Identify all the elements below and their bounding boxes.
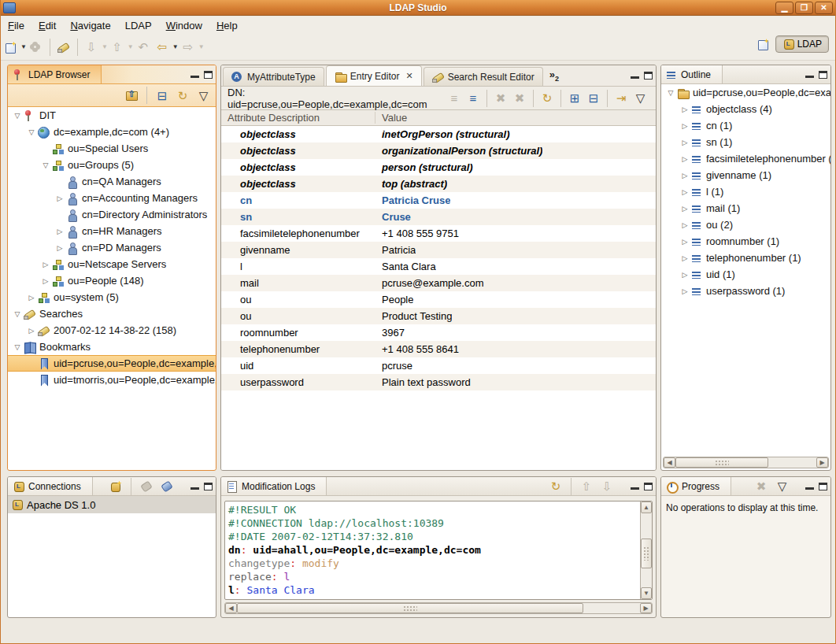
attribute-name-cell[interactable]: userpassword [221,376,375,388]
attribute-name-cell[interactable]: l [221,261,375,272]
expand-all-icon[interactable]: ⊞ [566,90,583,107]
attribute-value-cell[interactable]: pcruse@example.com [375,277,484,289]
refresh-icon[interactable]: ↻ [174,87,191,104]
tree-item[interactable]: ▷ou=Netscape Servers [8,256,216,272]
back-dropdown-icon[interactable]: ▼ [172,43,179,50]
outline-item[interactable]: ▷givenname (1) [661,167,830,183]
progress-tab[interactable]: Progress [661,477,731,495]
log-horizontal-scrollbar[interactable]: ◀ ▶ [224,602,653,614]
expander-open-icon[interactable]: ▽ [39,161,52,169]
minimize-editor-button[interactable] [631,72,639,79]
attribute-row[interactable]: uidpcruse [221,357,656,374]
refresh-icon[interactable]: ↻ [538,90,556,107]
outline-item[interactable]: ▷ou (2) [661,217,830,233]
outline-item[interactable]: ▷mail (1) [661,200,830,217]
ldap-search-icon[interactable] [55,39,72,56]
attribute-row[interactable]: ouPeople [221,291,656,308]
expander-closed-icon[interactable]: ▷ [679,188,691,196]
close-window-button[interactable]: ✕ [815,2,833,14]
attribute-value-cell[interactable]: Patricia [375,244,416,256]
scroll-right-button[interactable]: ▶ [816,457,828,468]
maximize-window-button[interactable]: ❐ [795,2,813,14]
attribute-row[interactable]: objectclassorganizationalPerson (structu… [221,142,656,159]
expander-closed-icon[interactable]: ▷ [679,172,691,180]
scroll-up-button[interactable]: ▲ [641,502,652,513]
attribute-row[interactable]: snCruse [221,209,656,225]
new-wizard-dropdown-icon[interactable]: ▼ [20,43,27,50]
attribute-name-cell[interactable]: objectclass [221,128,375,140]
maximize-view-button[interactable] [819,71,827,79]
attribute-value-cell[interactable]: organizationalPerson (structural) [375,145,542,157]
expander-closed-icon[interactable]: ▷ [25,327,38,335]
expander-closed-icon[interactable]: ▷ [679,155,691,163]
connections-tab[interactable]: Connections [8,477,93,495]
connection-item[interactable]: Apache DS 1.0 [8,496,216,513]
perspective-button-ldap[interactable]: LDAP [775,35,829,53]
attribute-row[interactable]: ouProduct Testing [221,308,656,324]
expander-closed-icon[interactable]: ▷ [25,294,38,302]
attribute-row[interactable]: lSanta Clara [221,258,656,275]
tree-item[interactable]: uid=tmorris,ou=People,dc=example,dc=com [8,372,216,388]
expander-closed-icon[interactable]: ▷ [679,238,691,246]
minimize-view-button[interactable] [191,483,199,490]
tree-item[interactable]: cn=Directory Administrators [8,206,216,223]
attribute-name-cell[interactable]: givenname [221,244,375,256]
tab-entry-editor[interactable]: Entry Editor✕ [326,65,422,86]
menu-window[interactable]: Window [159,18,209,33]
outline-item[interactable]: ▷telephonenumber (1) [661,250,830,266]
maximize-view-button[interactable] [644,483,653,490]
tree-item[interactable]: ou=Special Users [8,140,216,157]
tree-item[interactable]: uid=pcruse,ou=People,dc=example,dc=com [8,355,216,372]
scroll-left-button[interactable]: ◀ [225,603,237,613]
attribute-name-cell[interactable]: mail [221,277,375,289]
tree-item[interactable]: ▽Bookmarks [8,339,216,355]
menu-help[interactable]: Help [209,18,245,33]
attribute-value-cell[interactable]: pcruse [375,360,412,372]
open-perspective-icon[interactable] [757,39,769,50]
expander-open-icon[interactable]: ▽ [664,89,677,97]
attribute-name-cell[interactable]: objectclass [221,161,375,173]
attribute-row[interactable]: objectclassinetOrgPerson (structural) [221,126,656,142]
attribute-name-cell[interactable]: uid [221,360,375,372]
minimize-view-button[interactable] [805,72,814,78]
outline-item[interactable]: ▷roomnumber (1) [661,233,830,250]
expander-closed-icon[interactable]: ▷ [679,205,691,213]
outline-item[interactable]: ▷sn (1) [661,134,830,150]
attribute-value-cell[interactable]: Cruse [375,211,411,223]
outline-item[interactable]: ▷facsimiletelephonenumber (1) [661,150,830,167]
menu-file[interactable]: File [1,18,31,33]
tree-item[interactable]: cn=QA Managers [8,173,216,190]
outline-item[interactable]: ▷uid (1) [661,266,830,283]
attribute-row[interactable]: userpasswordPlain text password [221,374,656,390]
maximize-view-button[interactable] [204,71,213,79]
back-icon[interactable]: ⇦ [154,39,171,56]
expander-closed-icon[interactable]: ▷ [679,105,691,113]
scrollbar-thumb[interactable] [675,457,768,468]
expander-closed-icon[interactable]: ▷ [679,122,691,130]
attribute-value-cell[interactable]: Plain text password [375,376,471,388]
attribute-name-cell[interactable]: ou [221,294,375,305]
column-attribute-description[interactable]: Attribute Description [221,112,375,124]
tree-item[interactable]: ▷cn=HR Managers [8,223,216,239]
expander-open-icon[interactable]: ▽ [11,310,24,318]
up-entry-icon[interactable] [123,87,140,104]
view-menu-icon[interactable]: ▽ [773,478,790,495]
expander-closed-icon[interactable]: ▷ [679,287,691,295]
scroll-right-button[interactable]: ▶ [640,603,652,613]
outline-root[interactable]: ▽uid=pcruse,ou=People,dc=example,dc=com [661,84,830,101]
ldap-browser-tab[interactable]: LDAP Browser [8,65,102,83]
expander-closed-icon[interactable]: ▷ [679,271,691,279]
expander-closed-icon[interactable]: ▷ [679,254,691,262]
attribute-value-cell[interactable]: person (structural) [375,161,473,173]
expander-closed-icon[interactable]: ▷ [679,139,691,146]
attribute-name-cell[interactable]: sn [221,211,375,223]
collapse-all-icon[interactable]: ⊟ [154,87,171,104]
attribute-name-cell[interactable]: roomnumber [221,327,375,339]
outline-item[interactable]: ▷userpassword (1) [661,283,830,299]
attribute-row[interactable]: cnPatricia Cruse [221,192,656,209]
refresh-icon[interactable]: ↻ [547,478,564,495]
scrollbar-thumb[interactable] [237,603,583,613]
menu-ldap[interactable]: LDAP [118,18,159,33]
attribute-value-cell[interactable]: People [375,294,413,305]
maximize-editor-button[interactable] [644,72,653,80]
